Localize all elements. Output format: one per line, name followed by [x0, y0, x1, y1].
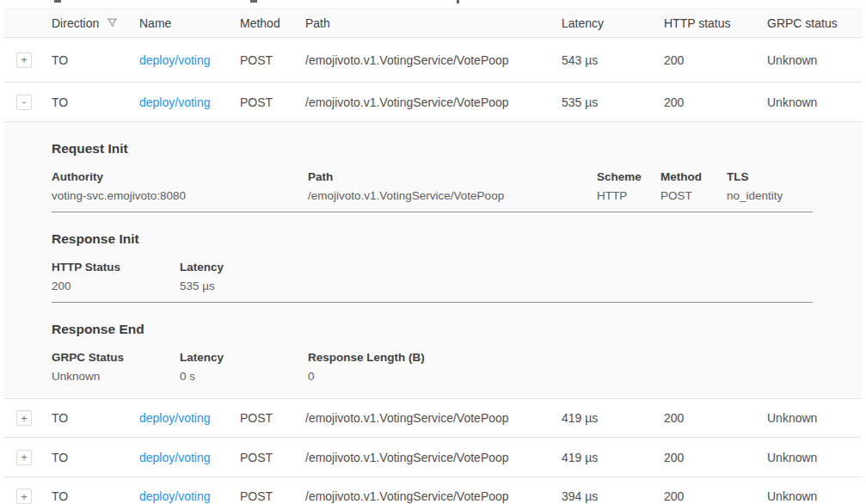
grpc-status-cell: Unknown — [767, 411, 862, 425]
filter-icon[interactable] — [107, 17, 118, 31]
name-link[interactable]: deploy/voting — [139, 451, 211, 464]
column-header-latency: Latency — [562, 16, 664, 30]
expand-row-button[interactable]: + — [16, 410, 32, 426]
column-header-direction: Direction — [52, 16, 99, 30]
section-divider — [52, 302, 813, 303]
field-label: Authority — [52, 170, 308, 183]
latency-cell: 419 µs — [562, 411, 664, 425]
section-title-response-init: Response Init — [52, 231, 862, 247]
column-header-http-status: HTTP status — [664, 16, 767, 30]
grpc-status-cell: Unknown — [767, 95, 862, 109]
request-init-section: Request Init Authorityvoting-svc.emojivo… — [52, 141, 862, 212]
cropped-text-fragment — [54, 0, 61, 3]
field-value: POST — [660, 189, 727, 202]
field-value: 200 — [52, 280, 180, 292]
section-title-request-init: Request Init — [52, 141, 862, 157]
response-init-section: Response Init HTTP Status200 Latency535 … — [52, 231, 862, 303]
field-value: 0 s — [180, 370, 308, 383]
path-cell: /emojivoto.v1.VotingService/VotePoop — [305, 411, 562, 425]
response-end-section: Response End GRPC StatusUnknown Latency0… — [52, 322, 862, 383]
tap-table: Direction Name Method Path Latency HTTP … — [4, 9, 862, 504]
http-status-cell: 200 — [664, 411, 767, 425]
field-value: 0 — [308, 370, 862, 383]
name-link[interactable]: deploy/voting — [139, 53, 211, 67]
path-cell: /emojivoto.v1.VotingService/VotePoop — [305, 95, 562, 109]
field-label: Response Length (B) — [308, 351, 862, 364]
direction-cell: TO — [52, 489, 139, 503]
table-header-row: Direction Name Method Path Latency HTTP … — [4, 9, 862, 38]
http-status-cell: 200 — [664, 53, 767, 67]
path-cell: /emojivoto.v1.VotingService/VotePoop — [305, 451, 562, 464]
column-header-method: Method — [240, 16, 305, 30]
table-row: + TO deploy/voting POST /emojivoto.v1.Vo… — [4, 438, 862, 477]
field-label: Path — [308, 170, 597, 183]
field-label: Latency — [180, 261, 862, 274]
top-crop-strip — [0, 0, 866, 9]
field-label: Latency — [180, 351, 308, 364]
expand-row-button[interactable]: + — [16, 52, 32, 68]
section-title-response-end: Response End — [52, 322, 862, 337]
field-label: Method — [660, 170, 727, 183]
direction-cell: TO — [52, 95, 139, 109]
method-cell: POST — [240, 451, 305, 464]
cropped-text-fragment — [250, 0, 257, 3]
method-cell: POST — [240, 95, 305, 109]
cropped-text-fragment — [457, 0, 459, 3]
field-value: no_identity — [727, 189, 862, 202]
method-cell: POST — [240, 489, 305, 503]
name-link[interactable]: deploy/voting — [139, 95, 211, 109]
table-row: + TO deploy/voting POST /emojivoto.v1.Vo… — [4, 399, 862, 438]
method-cell: POST — [240, 411, 305, 425]
name-link[interactable]: deploy/voting — [139, 489, 211, 503]
grpc-status-cell: Unknown — [767, 489, 862, 503]
section-divider — [52, 212, 813, 212]
tap-traffic-page: Direction Name Method Path Latency HTTP … — [0, 0, 866, 504]
direction-cell: TO — [52, 411, 139, 425]
name-link[interactable]: deploy/voting — [139, 411, 211, 425]
http-status-cell: 200 — [664, 451, 767, 464]
grpc-status-cell: Unknown — [767, 53, 862, 67]
latency-cell: 394 µs — [562, 489, 664, 503]
collapse-row-button[interactable]: - — [16, 95, 32, 110]
path-cell: /emojivoto.v1.VotingService/VotePoop — [305, 53, 562, 67]
field-value: HTTP — [597, 189, 660, 202]
direction-cell: TO — [52, 53, 139, 67]
latency-cell: 543 µs — [562, 53, 664, 67]
field-label: GRPC Status — [52, 351, 180, 364]
field-label: HTTP Status — [52, 261, 180, 274]
field-label: Scheme — [597, 170, 660, 183]
column-header-path: Path — [305, 16, 562, 30]
http-status-cell: 200 — [664, 489, 767, 503]
field-value: /emojivoto.v1.VotingService/VotePoop — [308, 189, 597, 202]
field-value: voting-svc.emojivoto:8080 — [52, 189, 308, 202]
table-row-expanded: - TO deploy/voting POST /emojivoto.v1.Vo… — [4, 83, 862, 122]
grpc-status-cell: Unknown — [767, 451, 862, 464]
latency-cell: 419 µs — [562, 451, 664, 464]
direction-cell: TO — [52, 451, 139, 464]
table-row: + TO deploy/voting POST /emojivoto.v1.Vo… — [4, 477, 862, 504]
expand-row-button[interactable]: + — [16, 489, 32, 504]
field-label: TLS — [727, 170, 862, 183]
field-value: 535 µs — [180, 280, 862, 292]
http-status-cell: 200 — [664, 95, 767, 109]
expanded-row-detail: Request Init Authorityvoting-svc.emojivo… — [4, 122, 862, 399]
method-cell: POST — [240, 53, 305, 67]
field-value: Unknown — [52, 370, 180, 383]
column-header-name: Name — [139, 16, 240, 30]
latency-cell: 535 µs — [562, 95, 664, 109]
table-row: + TO deploy/voting POST /emojivoto.v1.Vo… — [4, 38, 862, 83]
path-cell: /emojivoto.v1.VotingService/VotePoop — [305, 489, 562, 503]
expand-row-button[interactable]: + — [16, 450, 32, 465]
column-header-grpc-status: GRPC status — [767, 16, 862, 30]
